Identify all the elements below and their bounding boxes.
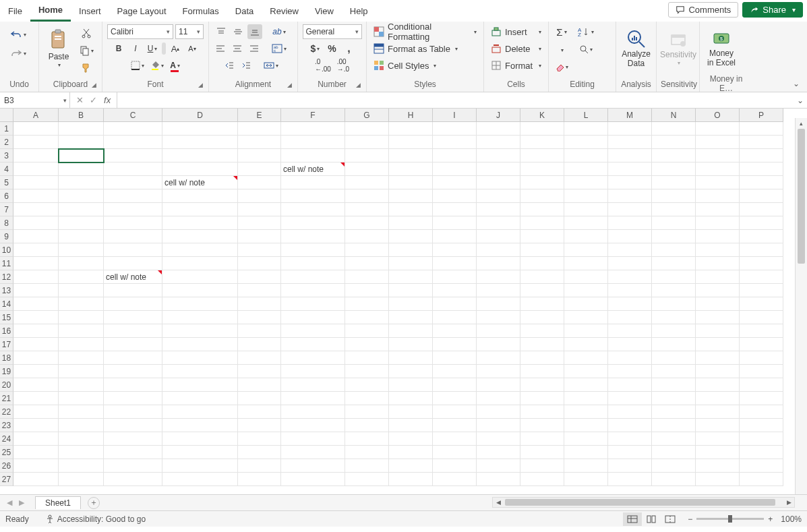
cell-B3[interactable] [59, 149, 104, 162]
cell-B5[interactable] [59, 176, 104, 189]
cell-O24[interactable] [696, 432, 740, 446]
cell-N9[interactable] [652, 230, 696, 243]
cell-C13[interactable] [104, 284, 162, 297]
cell-K26[interactable] [520, 459, 564, 473]
cell-I17[interactable] [433, 338, 477, 351]
cell-G4[interactable] [345, 162, 389, 176]
cell-O7[interactable] [696, 203, 740, 216]
cell-P3[interactable] [740, 149, 783, 162]
cell-E22[interactable] [238, 405, 281, 419]
cell-P4[interactable] [740, 162, 783, 176]
cell-G13[interactable] [345, 284, 389, 297]
cell-M10[interactable] [608, 243, 652, 257]
cell-C2[interactable] [104, 136, 162, 149]
cell-G18[interactable] [345, 351, 389, 365]
cell-E10[interactable] [238, 243, 281, 257]
increase-indent-button[interactable] [239, 58, 253, 73]
cell-K19[interactable] [520, 365, 564, 378]
cell-G24[interactable] [345, 432, 389, 446]
cell-M25[interactable] [608, 446, 652, 459]
cell-P18[interactable] [740, 351, 783, 365]
cell-K14[interactable] [520, 297, 564, 311]
tab-page-layout[interactable]: Page Layout [109, 0, 175, 22]
cell-K18[interactable] [520, 351, 564, 365]
cell-J25[interactable] [477, 446, 520, 459]
cell-C1[interactable] [104, 122, 162, 136]
cell-A15[interactable] [13, 311, 59, 324]
normal-view-button[interactable] [623, 512, 642, 526]
cell-L20[interactable] [564, 378, 608, 392]
cell-H13[interactable] [389, 284, 433, 297]
cell-D23[interactable] [162, 419, 238, 432]
column-header-G[interactable]: G [345, 109, 389, 122]
cell-A21[interactable] [13, 392, 59, 405]
cell-P15[interactable] [740, 311, 783, 324]
font-size-combo[interactable]: 11▾ [175, 24, 204, 39]
cell-O16[interactable] [696, 324, 740, 338]
cell-E6[interactable] [238, 189, 281, 203]
align-right-button[interactable] [247, 41, 262, 56]
cell-N20[interactable] [652, 378, 696, 392]
cell-M9[interactable] [608, 230, 652, 243]
cell-A12[interactable] [13, 270, 59, 284]
cell-H18[interactable] [389, 351, 433, 365]
cell-B26[interactable] [59, 459, 104, 473]
cell-C23[interactable] [104, 419, 162, 432]
cell-J2[interactable] [477, 136, 520, 149]
cell-I13[interactable] [433, 284, 477, 297]
cell-F21[interactable] [281, 392, 345, 405]
cell-A1[interactable] [13, 122, 59, 136]
cell-C25[interactable] [104, 446, 162, 459]
cell-B1[interactable] [59, 122, 104, 136]
cell-O21[interactable] [696, 392, 740, 405]
cell-B22[interactable] [59, 405, 104, 419]
cell-G25[interactable] [345, 446, 389, 459]
cell-J27[interactable] [477, 473, 520, 486]
cell-P1[interactable] [740, 122, 783, 136]
font-launcher[interactable]: ◢ [198, 82, 206, 90]
cell-B23[interactable] [59, 419, 104, 432]
cell-E16[interactable] [238, 324, 281, 338]
cell-J5[interactable] [477, 176, 520, 189]
cell-B17[interactable] [59, 338, 104, 351]
cell-F10[interactable] [281, 243, 345, 257]
cell-F11[interactable] [281, 257, 345, 270]
cell-B15[interactable] [59, 311, 104, 324]
row-header-4[interactable]: 4 [0, 162, 13, 176]
cell-G11[interactable] [345, 257, 389, 270]
cell-G26[interactable] [345, 459, 389, 473]
cell-C21[interactable] [104, 392, 162, 405]
cell-G5[interactable] [345, 176, 389, 189]
cell-H21[interactable] [389, 392, 433, 405]
row-header-22[interactable]: 22 [0, 405, 13, 419]
delete-cells-button[interactable]: Delete▾ [488, 41, 544, 56]
cell-P22[interactable] [740, 405, 783, 419]
cell-L27[interactable] [564, 473, 608, 486]
cell-P21[interactable] [740, 392, 783, 405]
cell-M20[interactable] [608, 378, 652, 392]
cell-C12[interactable]: cell w/ note [104, 270, 162, 284]
cell-G7[interactable] [345, 203, 389, 216]
cell-L17[interactable] [564, 338, 608, 351]
cell-F18[interactable] [281, 351, 345, 365]
cell-P25[interactable] [740, 446, 783, 459]
cell-F9[interactable] [281, 230, 345, 243]
row-header-3[interactable]: 3 [0, 149, 13, 162]
cell-L3[interactable] [564, 149, 608, 162]
tab-home[interactable]: Home [30, 0, 71, 22]
cell-B11[interactable] [59, 257, 104, 270]
cut-button[interactable] [79, 26, 94, 40]
cell-E14[interactable] [238, 297, 281, 311]
cell-F24[interactable] [281, 432, 345, 446]
cell-O9[interactable] [696, 230, 740, 243]
cell-L19[interactable] [564, 365, 608, 378]
cell-K17[interactable] [520, 338, 564, 351]
cell-I15[interactable] [433, 311, 477, 324]
wrap-text-button[interactable]: abc▾ [270, 41, 289, 56]
cell-N6[interactable] [652, 189, 696, 203]
cell-O19[interactable] [696, 365, 740, 378]
paste-button[interactable]: Paste ▾ [43, 24, 74, 73]
cell-N4[interactable] [652, 162, 696, 176]
cell-C27[interactable] [104, 473, 162, 486]
cell-M5[interactable] [608, 176, 652, 189]
